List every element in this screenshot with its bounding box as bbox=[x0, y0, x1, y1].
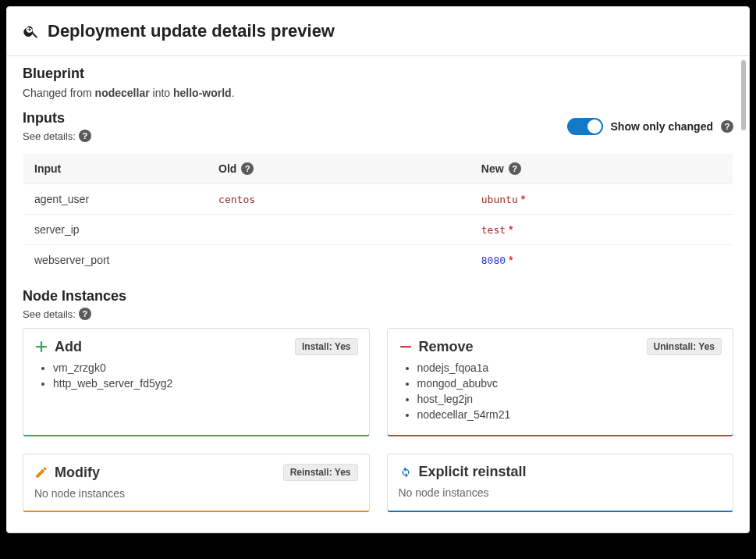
show-only-changed-wrap: Show only changed ? bbox=[567, 118, 733, 135]
cell-old bbox=[208, 215, 470, 245]
cell-name: server_ip bbox=[23, 215, 208, 245]
refresh-icon bbox=[399, 465, 413, 479]
list-item: host_leg2jn bbox=[417, 393, 722, 405]
minus-icon bbox=[399, 340, 413, 354]
table-row: agent_usercentosubuntu* bbox=[23, 184, 733, 215]
card-modify-title: Modify bbox=[55, 465, 100, 481]
inputs-see-details: See details: ? bbox=[23, 130, 91, 142]
section-node-instances: Node Instances See details: ? bbox=[7, 279, 749, 322]
list-item: vm_zrzgk0 bbox=[53, 361, 358, 374]
blueprint-change-text: Changed from nodecellar into hello-world… bbox=[23, 87, 733, 99]
col-old: Old? bbox=[208, 154, 470, 184]
card-add: Add Install: Yes vm_zrzgk0http_web_serve… bbox=[23, 328, 370, 436]
plus-icon bbox=[34, 340, 48, 354]
modal-body: Blueprint Changed from nodecellar into h… bbox=[7, 56, 749, 532]
cell-old: centos bbox=[208, 184, 470, 215]
card-modify: Modify Reinstall: Yes No node instances bbox=[23, 454, 370, 512]
cell-new: test* bbox=[470, 215, 733, 245]
card-remove-title: Remove bbox=[419, 339, 474, 355]
blueprint-to: hello-world bbox=[173, 87, 232, 99]
inputs-table: Input Old? New? agent_usercentosubuntu*s… bbox=[23, 153, 733, 276]
blueprint-heading: Blueprint bbox=[23, 66, 733, 82]
help-icon[interactable]: ? bbox=[241, 162, 254, 175]
changed-marker: * bbox=[509, 254, 513, 266]
card-remove-badge: Uninstall: Yes bbox=[647, 338, 722, 355]
cell-new: ubuntu* bbox=[470, 184, 733, 215]
list-item: nodejs_fqoa1a bbox=[417, 361, 722, 374]
card-modify-badge: Reinstall: Yes bbox=[283, 464, 358, 481]
help-icon[interactable]: ? bbox=[79, 130, 91, 142]
edit-icon bbox=[34, 465, 48, 479]
table-row: webserver_port8080* bbox=[23, 245, 733, 276]
help-icon[interactable]: ? bbox=[509, 162, 521, 175]
card-add-title: Add bbox=[55, 339, 82, 355]
modal-header: Deployment update details preview bbox=[7, 7, 749, 56]
node-instances-see-details: See details: ? bbox=[23, 308, 733, 320]
card-explicit-title: Explicit reinstall bbox=[419, 464, 527, 480]
card-add-badge: Install: Yes bbox=[295, 338, 357, 355]
changed-marker: * bbox=[521, 193, 525, 205]
toggle-label: Show only changed bbox=[611, 120, 713, 133]
node-instance-cards: Add Install: Yes vm_zrzgk0http_web_serve… bbox=[7, 322, 749, 522]
help-icon[interactable]: ? bbox=[721, 120, 733, 133]
show-only-changed-toggle[interactable] bbox=[567, 118, 603, 135]
card-explicit-reinstall: Explicit reinstall No node instances bbox=[387, 454, 734, 512]
list-item: mongod_abubvc bbox=[417, 377, 722, 390]
card-explicit-empty: No node instances bbox=[399, 486, 722, 499]
table-row: server_iptest* bbox=[23, 215, 733, 245]
list-item: http_web_server_fd5yg2 bbox=[53, 377, 358, 390]
card-modify-empty: No node instances bbox=[34, 487, 358, 500]
card-remove: Remove Uninstall: Yes nodejs_fqoa1amongo… bbox=[387, 328, 734, 436]
col-new: New? bbox=[470, 154, 733, 184]
cell-name: agent_user bbox=[23, 184, 208, 215]
inputs-header-row: Input Old? New? bbox=[23, 154, 733, 184]
inputs-heading: Inputs bbox=[23, 110, 91, 126]
list-item: nodecellar_54rm21 bbox=[417, 408, 722, 421]
section-inputs: Inputs See details: ? Show only changed … bbox=[7, 101, 749, 144]
node-instances-heading: Node Instances bbox=[23, 288, 733, 304]
section-blueprint: Blueprint Changed from nodecellar into h… bbox=[7, 56, 749, 101]
scrollbar-thumb[interactable] bbox=[741, 60, 746, 130]
card-remove-list: nodejs_fqoa1amongod_abubvchost_leg2jnnod… bbox=[399, 361, 722, 421]
cell-old bbox=[208, 245, 470, 276]
changed-marker: * bbox=[509, 223, 513, 236]
modal-container: Deployment update details preview Bluepr… bbox=[6, 6, 750, 533]
cell-new: 8080* bbox=[470, 245, 733, 276]
blueprint-from: nodecellar bbox=[95, 87, 150, 99]
col-input: Input bbox=[23, 154, 208, 184]
zoom-in-icon bbox=[23, 23, 40, 40]
help-icon[interactable]: ? bbox=[79, 308, 91, 320]
card-add-list: vm_zrzgk0http_web_server_fd5yg2 bbox=[34, 361, 358, 390]
modal-title: Deployment update details preview bbox=[48, 21, 335, 41]
cell-name: webserver_port bbox=[23, 245, 208, 276]
